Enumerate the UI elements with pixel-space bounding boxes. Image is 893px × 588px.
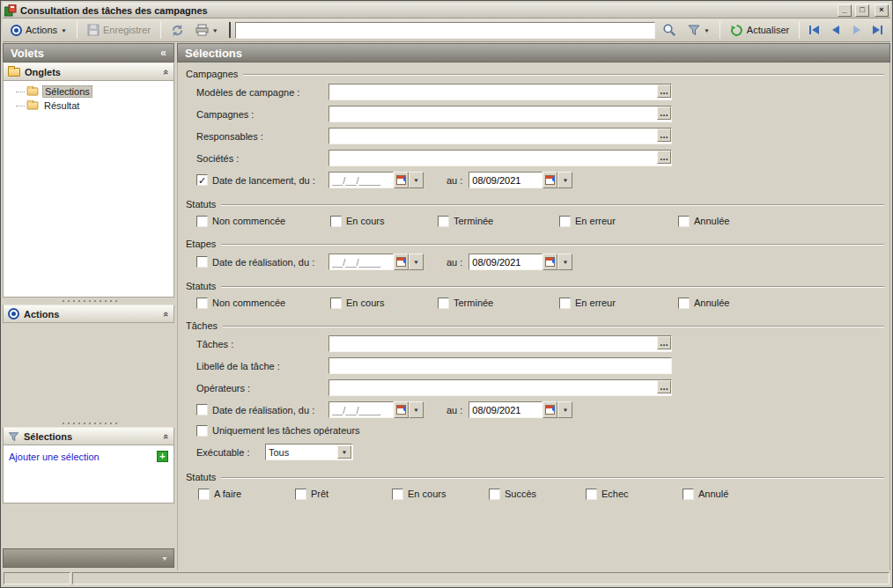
executable-row: Exécutable : Tous ▼: [183, 440, 884, 464]
responsables-lookup-button[interactable]: …: [657, 129, 671, 142]
chevron-up-icon[interactable]: «: [161, 433, 172, 438]
date-lancement-from-input[interactable]: [328, 172, 394, 188]
date-lancement-to-input[interactable]: [469, 172, 542, 188]
statut-annulee-checkbox[interactable]: [678, 216, 690, 227]
filter-button[interactable]: ▼: [683, 21, 714, 39]
executable-select[interactable]: Tous ▼: [265, 444, 353, 460]
responsables-input[interactable]: [328, 128, 672, 144]
chevron-down-icon[interactable]: ▼: [161, 555, 168, 562]
next-record-button[interactable]: [847, 22, 866, 39]
date-realisation-etapes-from-input[interactable]: [328, 254, 394, 270]
filter-icon: [688, 24, 700, 36]
search-grip[interactable]: [229, 22, 231, 38]
panel-header-selections[interactable]: Sélections «: [3, 427, 174, 445]
statut-en-cours-checkbox[interactable]: [330, 216, 342, 227]
tache-a-faire-checkbox[interactable]: [198, 489, 210, 500]
field-row-libelle: Libellé de la tâche :: [183, 355, 884, 377]
tache-en-cours-checkbox[interactable]: [392, 489, 403, 500]
previous-record-button[interactable]: [826, 22, 845, 39]
etape-annulee-checkbox[interactable]: [678, 298, 690, 309]
campagnes-lookup-button[interactable]: …: [657, 107, 671, 120]
uniquement-operateurs-checkbox[interactable]: [196, 425, 208, 437]
main-panel: Sélections Campagnes Modèles de campagne…: [177, 43, 890, 571]
panel-header-actions[interactable]: Actions «: [3, 305, 174, 323]
date-realisation-taches-from-input[interactable]: [328, 401, 394, 418]
splitter-handle-icon: [61, 422, 117, 425]
add-icon[interactable]: +: [157, 451, 168, 462]
panel-splitter[interactable]: [3, 298, 174, 305]
date-realisation-taches-to-input[interactable]: [469, 401, 542, 418]
maximize-button[interactable]: □: [855, 4, 869, 17]
societes-input[interactable]: [328, 150, 672, 166]
date-row-lancement: ✓ Date de lancement, du : ▼ au : ▼: [183, 169, 884, 191]
date-realisation-etapes-to-input[interactable]: [469, 254, 542, 270]
modeles-campagne-lookup-button[interactable]: …: [657, 85, 671, 98]
refresh-button[interactable]: Actualiser: [726, 21, 793, 40]
libelle-tache-input[interactable]: [328, 357, 672, 374]
taches-input[interactable]: [328, 335, 672, 352]
panel-header-onglets[interactable]: Onglets «: [3, 62, 174, 81]
tache-pret-checkbox[interactable]: [295, 489, 306, 500]
calendar-button[interactable]: [394, 401, 409, 418]
statut-en-erreur-checkbox[interactable]: [559, 216, 571, 227]
calendar-button[interactable]: [394, 254, 409, 270]
operateurs-input[interactable]: [328, 379, 672, 396]
panel-splitter[interactable]: [3, 420, 174, 427]
search-input[interactable]: [235, 22, 655, 39]
calendar-button[interactable]: [542, 172, 557, 188]
date-dropdown-button[interactable]: ▼: [557, 401, 572, 418]
calendar-button[interactable]: [542, 254, 557, 270]
date-realisation-taches-checkbox[interactable]: [196, 404, 208, 415]
sidebar-item-selections[interactable]: Sélections: [5, 85, 172, 99]
chevron-up-icon[interactable]: «: [161, 311, 172, 316]
etape-en-erreur-checkbox[interactable]: [559, 298, 571, 309]
statut-terminee-checkbox[interactable]: [438, 216, 449, 227]
collapse-sidebar-button[interactable]: «: [160, 47, 166, 59]
last-record-button[interactable]: [868, 22, 887, 39]
date-realisation-taches-to: ▼: [469, 401, 572, 418]
date-dropdown-button[interactable]: ▼: [409, 172, 424, 188]
date-dropdown-button[interactable]: ▼: [557, 254, 572, 270]
print-button[interactable]: ▼: [191, 21, 223, 39]
actions-panel-body: [3, 323, 174, 420]
date-dropdown-button[interactable]: ▼: [409, 254, 424, 270]
chevron-down-icon[interactable]: ▼: [337, 445, 351, 459]
calendar-button[interactable]: [394, 172, 409, 188]
tache-echec-checkbox[interactable]: [586, 489, 597, 500]
close-button[interactable]: ×: [875, 4, 889, 17]
taches-lookup-button[interactable]: …: [657, 336, 671, 349]
tache-succes-checkbox[interactable]: [489, 489, 500, 500]
chevron-up-icon[interactable]: «: [161, 69, 172, 74]
modeles-campagne-input[interactable]: [328, 84, 672, 100]
statut-non-commencee-checkbox[interactable]: [196, 216, 208, 227]
search-button[interactable]: [658, 20, 681, 40]
refresh-icon: [730, 24, 743, 37]
minimize-button[interactable]: _: [838, 4, 852, 17]
actions-menu-button[interactable]: Actions ▼: [6, 22, 71, 39]
societes-lookup-button[interactable]: …: [657, 151, 671, 164]
first-record-button[interactable]: [805, 22, 823, 39]
sidebar-item-resultat[interactable]: Résultat: [5, 99, 172, 113]
sidebar-bottom-bar[interactable]: ▼: [3, 548, 174, 568]
date-lancement-checkbox[interactable]: ✓: [196, 174, 208, 186]
etape-en-cours-checkbox[interactable]: [330, 298, 342, 309]
statuts-taches-row: A faire Prêt En cours Succès Echec Annul…: [183, 484, 884, 503]
save-button[interactable]: Enregistrer: [83, 21, 155, 39]
date-realisation-etapes-checkbox[interactable]: [196, 256, 208, 268]
sync-button[interactable]: [166, 21, 188, 40]
calendar-button[interactable]: [542, 401, 557, 418]
operateurs-lookup-button[interactable]: …: [657, 380, 671, 393]
main-header: Sélections: [177, 43, 890, 62]
campagnes-input[interactable]: [328, 106, 672, 122]
tache-annule-checkbox[interactable]: [683, 489, 694, 500]
field-row-societes: Sociétés : …: [183, 147, 884, 169]
etape-terminee-checkbox[interactable]: [438, 298, 449, 309]
date-dropdown-button[interactable]: ▼: [557, 172, 572, 188]
date-lancement-to: ▼: [469, 172, 572, 188]
actions-icon: [8, 308, 19, 320]
sync-icon: [171, 24, 184, 37]
date-dropdown-button[interactable]: ▼: [409, 401, 424, 418]
etape-non-commencee-checkbox[interactable]: [196, 298, 208, 309]
toolbar-separator: [160, 21, 161, 39]
add-selection-link[interactable]: Ajouter une sélection: [9, 452, 157, 462]
